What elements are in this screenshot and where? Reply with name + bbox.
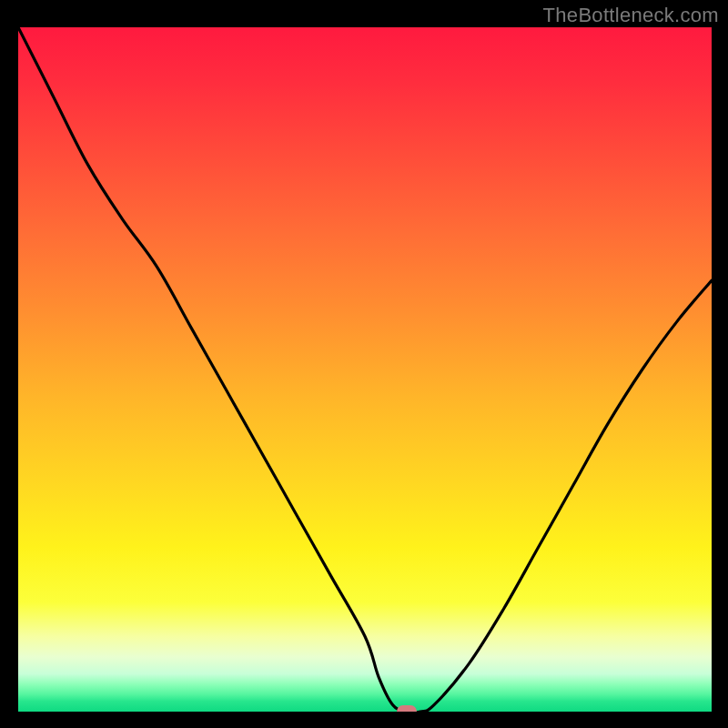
optimal-point-marker — [397, 705, 417, 712]
chart-frame: TheBottleneck.com — [0, 0, 728, 728]
bottleneck-curve — [18, 27, 712, 712]
watermark-text: TheBottleneck.com — [543, 4, 719, 27]
plot-area — [18, 27, 712, 712]
